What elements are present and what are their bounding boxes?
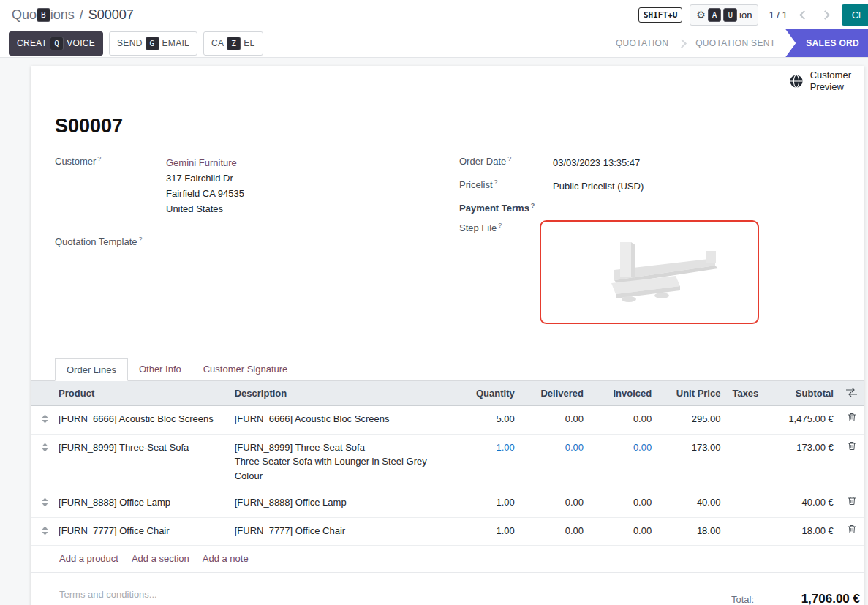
cell-taxes[interactable]	[726, 489, 760, 518]
page-title: S00007	[55, 115, 864, 138]
delete-line-button[interactable]	[848, 441, 856, 453]
cell-delivered[interactable]: 0.00	[521, 517, 589, 546]
cell-delivered[interactable]: 0.00	[521, 489, 589, 518]
cell-taxes[interactable]	[726, 406, 760, 435]
help-icon: ?	[139, 236, 143, 243]
delete-line-button[interactable]	[848, 525, 856, 536]
cell-invoiced[interactable]: 0.00	[589, 406, 657, 435]
cell-product[interactable]: [FURN_6666] Acoustic Bloc Screens	[59, 406, 229, 435]
cell-subtotal: 173.00 €	[761, 434, 839, 489]
status-bar: QUOTATION QUOTATION SENT SALES ORD	[605, 29, 868, 57]
create-invoice-button[interactable]: CREAT Q VOICE	[9, 31, 103, 56]
add-a-note-link[interactable]: Add a note	[203, 553, 249, 564]
cell-unit-price[interactable]: 18.00	[657, 517, 726, 546]
customer-address-line: Fairfield CA 94535	[166, 186, 244, 201]
cell-delivered[interactable]: 0.00	[521, 434, 589, 489]
cell-invoiced[interactable]: 0.00	[589, 434, 657, 489]
cell-quantity[interactable]: 1.00	[458, 489, 521, 518]
drag-handle[interactable]	[31, 434, 59, 489]
tab-order-lines[interactable]: Order Lines	[55, 358, 128, 381]
drag-handle-icon	[42, 414, 48, 424]
cell-unit-price[interactable]: 173.00	[657, 434, 726, 489]
breadcrumb-current: S00007	[88, 7, 134, 23]
customer-preview-link[interactable]: Customer Preview	[789, 69, 851, 94]
column-header-taxes: Taxes	[726, 381, 760, 406]
cell-description[interactable]: [FURN_8999] Three-Seat Sofa Three Seater…	[229, 434, 458, 489]
column-header-quantity: Quantity	[458, 381, 521, 406]
sale-order-sheet: Customer Preview S00007 Customer? Gemini…	[31, 66, 864, 605]
delete-line-button[interactable]	[848, 413, 856, 424]
drag-handle-icon	[42, 443, 48, 452]
cell-subtotal: 1,475.00 €	[761, 406, 839, 435]
pricelist-field-label: Pricelist?	[459, 179, 553, 194]
sheet-body: S00007 Customer? Gemini Furniture 317 Fa…	[31, 97, 864, 332]
breadcrumb-quotations-link[interactable]: QuoBions	[12, 7, 75, 23]
close-button[interactable]: Cl	[842, 4, 868, 26]
drag-handle-icon	[42, 497, 48, 507]
send-email-button[interactable]: SEND G EMAIL	[109, 31, 197, 56]
quotation-template-field-label: Quotation Template?	[55, 236, 166, 247]
cell-description[interactable]: [FURN_6666] Acoustic Bloc Screens	[229, 406, 458, 435]
cell-quantity[interactable]: 1.00	[458, 434, 521, 489]
column-header-invoiced: Invoiced	[589, 381, 657, 406]
drag-handle[interactable]	[31, 517, 59, 546]
customer-link[interactable]: Gemini Furniture	[166, 157, 237, 168]
order-line-row: [FURN_7777] Office Chair [FURN_7777] Off…	[31, 517, 864, 546]
stage-sales-order[interactable]: SALES ORD	[785, 29, 868, 57]
field-column-left: Customer? Gemini Furniture 317 Fairchild…	[55, 155, 459, 332]
drag-handle[interactable]	[31, 489, 59, 518]
trash-icon	[848, 441, 856, 451]
cell-description[interactable]: [FURN_7777] Office Chair	[229, 517, 458, 546]
add-a-product-link[interactable]: Add a product	[59, 553, 118, 564]
cell-product[interactable]: [FURN_8888] Office Lamp	[59, 489, 229, 518]
cell-product[interactable]: [FURN_8999] Three-Seat Sofa	[59, 434, 229, 489]
tab-customer-signature[interactable]: Customer Signature	[192, 358, 299, 380]
pager-next-button[interactable]	[818, 7, 834, 23]
cell-invoiced[interactable]: 0.00	[589, 517, 657, 546]
add-a-section-link[interactable]: Add a section	[132, 553, 189, 564]
cell-unit-price[interactable]: 295.00	[657, 406, 726, 435]
cell-unit-price[interactable]: 40.00	[657, 489, 726, 518]
field-quotation-template: Quotation Template?	[55, 236, 459, 247]
cell-delivered[interactable]: 0.00	[521, 406, 589, 435]
field-groups: Customer? Gemini Furniture 317 Fairchild…	[55, 155, 864, 332]
tab-other-info[interactable]: Other Info	[128, 358, 192, 380]
cell-taxes[interactable]	[726, 434, 760, 489]
gear-icon: ⚙	[696, 9, 706, 20]
cancel-button[interactable]: CA Z EL	[203, 31, 263, 56]
delete-line-button[interactable]	[848, 496, 856, 508]
optional-columns-button[interactable]	[839, 381, 864, 406]
help-icon: ?	[498, 222, 502, 229]
terms-and-conditions-input[interactable]: Terms and conditions...	[59, 585, 157, 605]
button-text: SEND	[117, 38, 143, 48]
help-icon: ?	[494, 179, 498, 186]
field-pricelist: Pricelist? Public Pricelist (USD)	[459, 179, 840, 194]
cell-description[interactable]: [FURN_8888] Office Lamp	[229, 489, 458, 518]
button-text: EMAIL	[162, 38, 190, 48]
cell-invoiced[interactable]: 0.00	[589, 489, 657, 518]
field-column-right: Order Date? 03/03/2023 13:35:47 Pricelis…	[459, 155, 840, 332]
customer-preview-label: Customer Preview	[810, 69, 851, 94]
adjust-columns-icon	[846, 388, 857, 397]
drag-handle-icon	[42, 526, 48, 536]
order-date-field-value[interactable]: 03/03/2023 13:35:47	[553, 155, 640, 170]
drag-handle[interactable]	[31, 406, 59, 435]
line-add-links: Add a product Add a section Add a note	[31, 546, 864, 573]
column-header-description: Description	[229, 381, 458, 406]
pager-previous-button[interactable]	[795, 7, 811, 23]
step-file-image[interactable]	[540, 220, 759, 324]
stage-quotation[interactable]: QUOTATION	[605, 38, 679, 48]
3d-model-preview	[541, 222, 758, 323]
cell-quantity[interactable]: 5.00	[458, 406, 521, 435]
button-text: CREAT	[17, 38, 47, 48]
cell-quantity[interactable]: 1.00	[458, 517, 521, 546]
cell-product[interactable]: [FURN_7777] Office Chair	[59, 517, 229, 546]
stage-quotation-sent[interactable]: QUOTATION SENT	[685, 38, 785, 48]
cell-taxes[interactable]	[726, 517, 760, 546]
pricelist-field-value[interactable]: Public Pricelist (USD)	[553, 179, 644, 194]
order-lines-table: Product Description Quantity Delivered I…	[31, 381, 864, 546]
shortcut-badge-a: A	[708, 8, 722, 22]
breadcrumb-text: ions	[50, 7, 75, 22]
action-menu-button[interactable]: ⚙ A U ion	[690, 4, 758, 26]
customer-address-line: 317 Fairchild Dr	[166, 170, 244, 186]
